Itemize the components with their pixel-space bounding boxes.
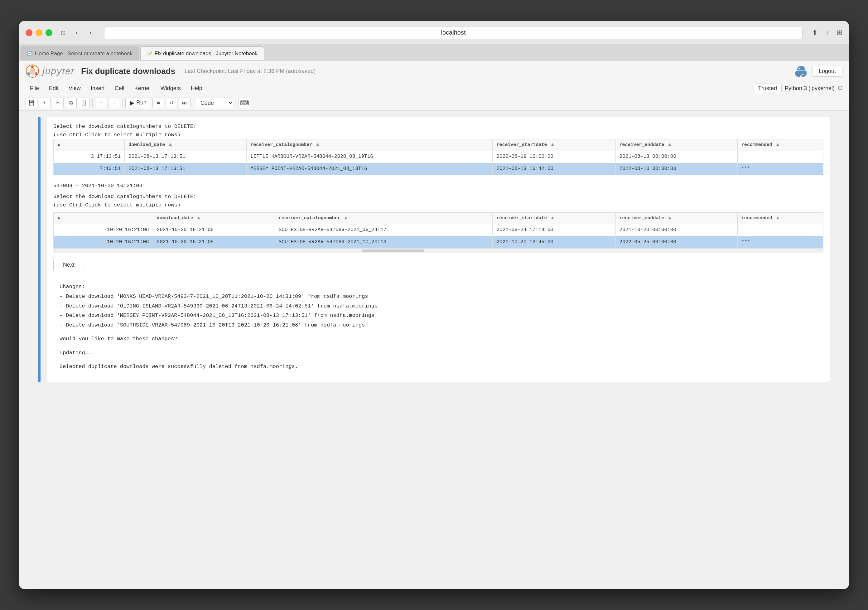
t2-row-index-1: -10-20 16:21:08 [54, 236, 153, 248]
col-header-recommended: recommended ▲ [737, 140, 823, 151]
run-label: Run [136, 99, 147, 106]
grid-icon[interactable]: ⊞ [837, 29, 842, 37]
output-cell: Select the download catalognumbers to DE… [38, 117, 830, 382]
col-header-receiver-enddate: receiver_enddate ▲ [615, 140, 737, 151]
t2-download-date-1: 2021-10-20 16:21:08 [153, 236, 275, 248]
titlebar: ⊡ ‹ › localhost ⬆ ＋ ⊞ [19, 21, 849, 44]
close-button[interactable] [26, 29, 33, 36]
svg-point-3 [28, 72, 30, 75]
receiver-startdate-0: 2020-08-19 16:00:00 [493, 151, 615, 163]
move-down-button[interactable]: ↓ [108, 98, 120, 108]
restart-button[interactable]: ↺ [166, 98, 177, 108]
cell-type-select[interactable]: Code [196, 98, 233, 108]
traffic-lights [26, 29, 53, 36]
menubar: File Edit View Insert Cell Kernel Widget… [19, 82, 849, 95]
back-button[interactable]: ‹ [72, 28, 81, 37]
change-4: - Delete download 'SOUTHSIDE-VR2AR-54708… [60, 321, 817, 330]
download-date-0: 2021-08-13 17:13:51 [125, 151, 246, 163]
minimize-button[interactable] [36, 29, 42, 36]
row-index-1: 7:13:51 [54, 163, 125, 175]
change-1: - Delete download 'MONKS HEAD-VR2AR-5493… [60, 292, 817, 301]
t2-receiver-startdate-1: 2021-10-20 13:45:00 [493, 236, 615, 248]
notebook-area: Select the download catalognumbers to DE… [19, 111, 849, 589]
menu-widgets[interactable]: Widgets [156, 84, 185, 93]
table-row[interactable]: -10-20 16:21:08 2021-10-20 16:21:08 SOUT… [54, 224, 823, 236]
kernel-indicator: Python 3 (ipykernel) [785, 85, 842, 92]
section1-output: Select the download catalognumbers to DE… [47, 117, 830, 382]
recommended-1: *** [737, 163, 823, 175]
titlebar-right: ⬆ ＋ ⊞ [812, 28, 842, 37]
menu-right: Trusted Python 3 (ipykernel) [753, 84, 842, 93]
separator-1 [92, 99, 93, 107]
t2-col-header-receiver-catalog: receiver_catalognumber ▲ [275, 213, 493, 224]
scroll-thumb[interactable] [362, 250, 424, 252]
receiver-catalog-1: MERSEY POINT-VR2AR-548044-2021_08_13T16 [246, 163, 493, 175]
table-row-highlighted[interactable]: 7:13:51 2021-08-13 17:13:51 MERSEY POINT… [54, 163, 823, 175]
keyboard-shortcuts-button[interactable]: ⌨ [239, 98, 250, 108]
table-row[interactable]: 3 17:13:51 2021-08-13 17:13:51 LITTLE HA… [54, 151, 823, 163]
next-button-container: Next [53, 256, 823, 274]
col-header-index: ▲ [54, 140, 125, 151]
tabbar: 🔄 Home Page - Select or create a noteboo… [19, 44, 849, 61]
python-logo-icon [795, 65, 807, 78]
t2-col-header-index: ▲ [54, 213, 153, 224]
menu-view[interactable]: View [64, 84, 85, 93]
menu-cell[interactable]: Cell [110, 84, 129, 93]
copy-button[interactable]: ⧉ [65, 98, 77, 108]
section1-header: Select the download catalognumbers to DE… [53, 122, 823, 139]
loading-icon: 🔄 [27, 51, 33, 56]
receiver-catalog-0: LITTLE HARBOUR-VR2AR-548044-2020_08_19T1… [246, 151, 493, 163]
changes-header: Changes: [60, 282, 817, 292]
menu-insert[interactable]: Insert [86, 84, 109, 93]
header-right: Logout [795, 65, 842, 78]
menu-help[interactable]: Help [186, 84, 207, 93]
save-button[interactable]: 💾 [26, 98, 37, 108]
separator-2 [122, 99, 123, 107]
col-header-receiver-startdate: receiver_startdate ▲ [493, 140, 615, 151]
t2-recommended-1: *** [737, 236, 823, 248]
t2-receiver-enddate-1: 2022-05-25 00:00:00 [615, 236, 737, 248]
t2-receiver-catalog-0: SOUTHSIDE-VR2AR-547089-2021_06_24T17 [275, 224, 493, 236]
stop-button[interactable]: ■ [152, 98, 164, 108]
success-text: Selected duplicate downloads were succes… [60, 362, 817, 372]
cut-button[interactable]: ✂ [52, 98, 64, 108]
paste-button[interactable]: 📋 [78, 98, 90, 108]
svg-point-5 [802, 74, 803, 75]
next-button[interactable]: Next [53, 259, 84, 271]
maximize-button[interactable] [45, 29, 53, 36]
receiver-startdate-1: 2021-08-13 16:42:00 [493, 163, 615, 175]
sidebar-toggle[interactable]: ⊡ [59, 28, 67, 37]
new-tab-icon[interactable]: ＋ [824, 28, 831, 37]
jupyter-logo-text: jupyter [42, 66, 75, 76]
url-text: localhost [441, 29, 466, 36]
t2-col-header-download-date: download_date ▲ [153, 213, 275, 224]
cell-output-content: Select the download catalognumbers to DE… [47, 117, 830, 382]
trusted-button[interactable]: Trusted [753, 84, 782, 93]
changes-section: Changes: - Delete download 'MONKS HEAD-V… [53, 277, 823, 377]
move-up-button[interactable]: ↑ [95, 98, 107, 108]
menu-kernel[interactable]: Kernel [130, 84, 155, 93]
table-row-highlighted-2[interactable]: -10-20 16:21:08 2021-10-20 16:21:08 SOUT… [54, 236, 823, 248]
run-button[interactable]: ▶ Run [126, 98, 151, 108]
menu-file[interactable]: File [26, 84, 43, 93]
tab-home[interactable]: 🔄 Home Page - Select or create a noteboo… [20, 47, 139, 60]
t2-col-header-recommended: recommended ▲ [737, 213, 823, 224]
jupyter-logo: jupyter [26, 64, 75, 78]
receiver-enddate-1: 2022-08-10 00:00:00 [615, 163, 737, 175]
address-bar[interactable]: localhost [104, 26, 803, 39]
tab-notebook[interactable]: 📝 Fix duplicate downloads - Jupyter Note… [140, 47, 264, 60]
t2-download-date-0: 2021-10-20 16:21:08 [153, 224, 275, 236]
separator-4 [236, 99, 236, 107]
scroll-indicator [53, 248, 823, 253]
forward-button[interactable]: › [86, 28, 95, 37]
main-content: Select the download catalognumbers to DE… [19, 111, 849, 589]
logout-button[interactable]: Logout [812, 66, 842, 77]
t2-recommended-0 [737, 224, 823, 236]
restart-run-button[interactable]: ⏭ [179, 98, 191, 108]
share-icon[interactable]: ⬆ [812, 29, 817, 37]
add-cell-button[interactable]: ＋ [39, 98, 51, 108]
menu-edit[interactable]: Edit [45, 84, 63, 93]
table2: ▲ download_date ▲ receiver_catalognumber… [53, 213, 823, 248]
section2-sub: Select the download catalognumbers to DE… [53, 192, 823, 209]
nav-controls: ⊡ ‹ › [59, 28, 95, 37]
